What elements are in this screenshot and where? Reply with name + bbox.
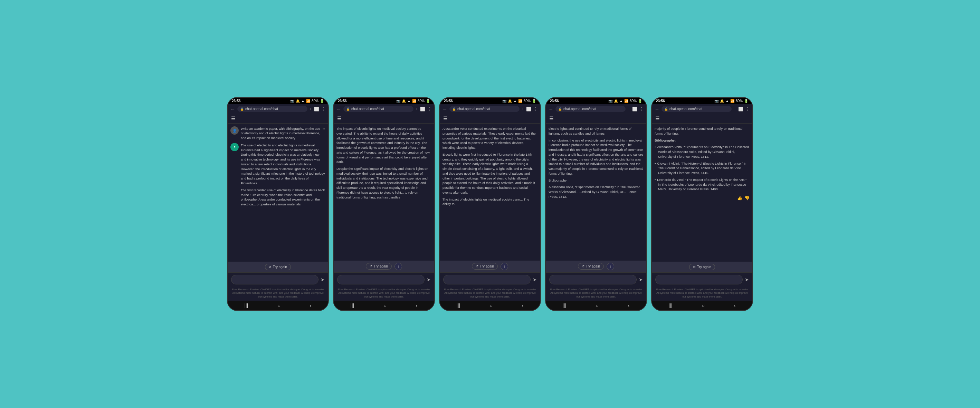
ai-text-5: majority of people in Florence continued… [655,126,749,192]
nav-circle-icon-2[interactable]: ○ [383,303,386,308]
try-again-label-5: Try again [697,265,711,269]
status-bar-5: 23:56 📷 🔔 ▲ 📶 80% 🔋 [652,98,752,104]
try-again-label-2: Try again [374,264,388,268]
phone-5: 23:56 📷 🔔 ▲ 📶 80% 🔋 ← 🔒 chat.openai.com/… [651,97,753,311]
browser-bar-1: ← 🔒 chat.openai.com/chat + ⬜ ⋮ [228,104,328,114]
address-text-5: chat.openai.com/chat [670,107,702,111]
address-text-2: chat.openai.com/chat [351,107,384,111]
hamburger-icon-5[interactable]: ☰ [655,116,660,121]
chat-header-4: ☰ [546,114,646,124]
hamburger-icon-1[interactable]: ☰ [231,116,235,121]
new-tab-icon-2[interactable]: + [415,107,418,111]
browser-actions-5: + ⬜ ⋮ [734,107,749,111]
try-again-button-4[interactable]: ↺ Try again [578,263,604,270]
try-again-bar-5: ↺ Try again [652,262,752,272]
back-button-2[interactable]: ← [336,106,341,112]
nav-home-icon-5[interactable]: ||| [668,303,672,308]
status-bar-1: 23:56 📷 🔔 ▲ 📶 80% 🔋 [228,98,328,104]
address-bar-5[interactable]: 🔒 chat.openai.com/chat [662,106,732,112]
feedback-area-5: 👍 👎 [655,196,749,200]
nav-circle-icon-1[interactable]: ○ [277,303,280,308]
status-icons-2: 📷 🔔 ▲ 📶 80% 🔋 [396,99,430,103]
nav-back-icon-1[interactable]: ‹ [310,303,312,308]
try-again-bar-2: ↺ Try again ↓ [334,260,434,272]
nav-circle-icon-3[interactable]: ○ [490,303,492,308]
menu-icon-3[interactable]: ⋮ [533,107,538,111]
nav-home-icon-3[interactable]: ||| [456,303,460,308]
address-text-4: chat.openai.com/chat [563,107,596,111]
try-again-button-5[interactable]: ↺ Try again [689,264,715,270]
phones-container: 23:56 📷 🔔 ▲ 📶 80% 🔋 ← 🔒 chat.openai.com/… [227,97,753,311]
send-button-5[interactable]: ➤ [745,277,749,283]
address-bar-3[interactable]: 🔒 chat.openai.com/chat [449,106,520,112]
nav-home-icon-4[interactable]: ||| [562,303,566,308]
send-button-2[interactable]: ➤ [426,277,431,283]
try-again-button-1[interactable]: ↺ Try again [265,264,291,270]
status-bar-4: 23:56 📷 🔔 ▲ 📶 80% 🔋 [546,98,646,104]
tabs-icon-2[interactable]: ⬜ [420,107,425,111]
time-5: 23:56 [656,99,665,103]
nav-back-icon-2[interactable]: ‹ [416,303,418,308]
hamburger-icon-3[interactable]: ☰ [443,116,448,121]
nav-back-icon-5[interactable]: ‹ [734,303,736,308]
try-again-button-2[interactable]: ↺ Try again [366,263,392,270]
chat-input-1[interactable] [231,275,318,284]
input-area-4: ➤ [546,272,646,286]
fade-overlay-3 [440,240,540,260]
menu-icon-5[interactable]: ⋮ [745,107,749,111]
new-tab-icon-4[interactable]: + [628,107,630,111]
chat-content-1: 👤 Write an academic paper, with bibliogr… [228,124,328,262]
chat-content-4: electric lights and continued to rely on… [546,124,646,260]
send-button-3[interactable]: ➤ [533,277,537,283]
new-tab-icon-3[interactable]: + [522,107,524,111]
tabs-icon-5[interactable]: ⬜ [738,107,743,111]
send-button-1[interactable]: ➤ [321,277,325,283]
input-area-2: ➤ [334,272,434,286]
try-again-button-3[interactable]: ↺ Try again [472,263,498,270]
nav-home-icon-1[interactable]: ||| [244,303,248,308]
menu-icon-4[interactable]: ⋮ [640,107,644,111]
send-button-4[interactable]: ➤ [639,277,643,283]
address-bar-2[interactable]: 🔒 chat.openai.com/chat [344,106,414,112]
edit-icon-1[interactable]: ✏ [323,127,325,131]
nav-circle-icon-5[interactable]: ○ [702,303,704,308]
nav-circle-icon-4[interactable]: ○ [595,303,598,308]
new-tab-icon-5[interactable]: + [734,107,736,111]
thumbs-up-button-5[interactable]: 👍 [737,196,742,200]
browser-actions-1: + ⬜ ⋮ [310,107,325,111]
input-area-1: ➤ [228,272,328,286]
chat-input-4[interactable] [549,275,636,284]
menu-icon-1[interactable]: ⋮ [321,107,325,111]
chat-input-3[interactable] [443,275,531,284]
address-bar-1[interactable]: 🔒 chat.openai.com/chat [237,106,307,112]
thumbs-down-button-5[interactable]: 👎 [745,196,749,200]
browser-actions-2: + ⬜ ⋮ [415,107,431,111]
nav-home-icon-2[interactable]: ||| [350,303,354,308]
back-button-4[interactable]: ← [549,106,554,112]
tabs-icon-1[interactable]: ⬜ [314,107,319,111]
menu-icon-2[interactable]: ⋮ [427,107,431,111]
scroll-down-button-3[interactable]: ↓ [501,263,508,270]
tabs-icon-4[interactable]: ⬜ [632,107,637,111]
chat-input-5[interactable] [655,275,743,284]
status-icons-4: 📷 🔔 ▲ 📶 80% 🔋 [608,99,642,103]
back-button-3[interactable]: ← [442,106,447,112]
chat-input-2[interactable] [337,275,425,284]
browser-actions-3: + ⬜ ⋮ [522,107,538,111]
tabs-icon-3[interactable]: ⬜ [526,107,531,111]
hamburger-icon-2[interactable]: ☰ [337,116,342,121]
address-bar-4[interactable]: 🔒 chat.openai.com/chat [555,106,625,112]
nav-back-icon-3[interactable]: ‹ [522,303,524,308]
back-button-5[interactable]: ← [655,106,659,112]
scroll-down-button-2[interactable]: ↓ [395,263,402,270]
status-bar-3: 23:56 📷 🔔 ▲ 📶 80% 🔋 [440,98,540,104]
status-icons-3: 📷 🔔 ▲ 📶 80% 🔋 [502,99,536,103]
browser-bar-3: ← 🔒 chat.openai.com/chat + ⬜ ⋮ [440,104,540,114]
chat-header-2: ☰ [334,114,434,124]
new-tab-icon-1[interactable]: + [310,107,312,111]
nav-bar-2: ||| ○ ‹ [334,301,434,310]
scroll-down-button-4[interactable]: ↓ [606,263,614,270]
hamburger-icon-4[interactable]: ☰ [549,116,554,121]
back-button-1[interactable]: ← [231,106,235,112]
nav-back-icon-4[interactable]: ‹ [628,303,630,308]
